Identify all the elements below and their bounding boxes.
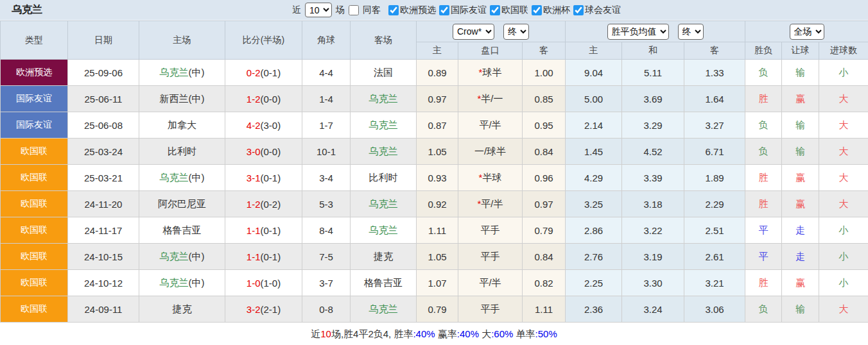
result-cell: 负 [745, 296, 782, 323]
match-date-cell: 25-03-24 [68, 139, 139, 165]
avg-draw-cell: 3.69 [622, 86, 684, 112]
league-filter-checkbox[interactable] [532, 5, 542, 15]
league-filter: 国际友谊 [438, 4, 487, 16]
corners-cell: 0-8 [302, 296, 351, 323]
home-team-cell: 比利时 [139, 139, 225, 165]
summary-part: :50% [535, 328, 557, 339]
handicap-result-cell: 赢 [782, 270, 819, 296]
goals-result-cell: 大 [819, 191, 868, 217]
bookmaker-stage-select[interactable]: 终 [503, 24, 529, 40]
match-row: 欧国联24-09-11捷克3-2(2-1)0-8乌克兰0.79平手1.112.3… [1, 296, 868, 323]
corners-cell: 8-4 [302, 217, 351, 244]
summary-part: :40% [457, 328, 479, 339]
score-cell: 3-0(0-0) [225, 139, 302, 165]
match-row: 欧国联24-11-20阿尔巴尼亚1-2(0-2)5-3乌克兰0.92*平/半0.… [1, 191, 868, 217]
league-filter-checkbox[interactable] [490, 5, 500, 15]
handicap-home-odds-cell: 0.79 [417, 296, 458, 323]
match-type-cell: 国际友谊 [1, 112, 68, 139]
league-filter: 欧洲杯 [530, 4, 570, 16]
avg-draw-cell: 3.39 [622, 165, 684, 191]
table-header: 类型 日期 主场 比分(半场) 角球 客场 Crow* 终 胜平负均值 终 全场 [1, 21, 868, 60]
col-home: 主场 [139, 21, 225, 60]
match-date-cell: 25-06-11 [68, 86, 139, 112]
bookmaker-select[interactable]: Crow* [453, 24, 494, 40]
match-date-cell: 24-09-11 [68, 296, 139, 323]
match-date-cell: 24-11-20 [68, 191, 139, 217]
score-cell: 0-2(0-1) [225, 60, 302, 86]
handicap-result-cell: 输 [782, 139, 819, 165]
handicap-home-odds-cell: 0.87 [417, 112, 458, 139]
col-date: 日期 [68, 21, 139, 60]
col-type: 类型 [1, 21, 68, 60]
result-cell: 胜 [745, 270, 782, 296]
col-corners: 角球 [302, 21, 351, 60]
bookmaker-group-header: Crow* 终 [417, 21, 566, 42]
handicap-home-odds-cell: 0.97 [417, 86, 458, 112]
handicap-line-cell: *平/半 [458, 191, 523, 217]
corners-cell: 3-7 [302, 270, 351, 296]
handicap-home-odds-cell: 1.11 [417, 217, 458, 244]
handicap-away-odds-cell: 0.79 [523, 217, 566, 244]
score-cell: 3-2(2-1) [225, 296, 302, 323]
same-venue-checkbox[interactable] [349, 5, 359, 15]
handicap-result-cell: 走 [782, 217, 819, 244]
avg-home-cell: 9.04 [566, 60, 622, 86]
avg-home-cell: 4.29 [566, 165, 622, 191]
avg-select[interactable]: 胜平负均值 [607, 24, 669, 40]
league-filter-checkbox[interactable] [573, 5, 584, 15]
goals-result-cell: 小 [819, 270, 868, 296]
col-score: 比分(半场) [225, 21, 302, 60]
away-team-cell: 乌克兰 [351, 112, 417, 139]
avg-home-cell: 5.00 [566, 86, 622, 112]
recent-count-select[interactable]: 10 [305, 3, 332, 17]
match-table-body: 欧洲预选25-09-06乌克兰(中)0-2(0-1)4-4法国0.89*球半1.… [1, 60, 868, 323]
result-cell: 负 [745, 60, 782, 86]
result-cell: 负 [745, 112, 782, 139]
league-filter-checkbox[interactable] [388, 5, 399, 15]
handicap-line-cell: 平/半 [458, 112, 523, 139]
summary-part: 胜率 [394, 328, 413, 339]
handicap-line-cell: 一/球半 [458, 139, 523, 165]
corners-cell: 3-4 [302, 165, 351, 191]
handicap-home-odds-cell: 0.89 [417, 60, 458, 86]
scope-select[interactable]: 全场 [790, 24, 824, 40]
avg-away-cell: 1.64 [684, 86, 745, 112]
col-odds-home: 主 [417, 42, 458, 60]
match-type-cell: 国际友谊 [1, 86, 68, 112]
result-cell: 平 [745, 217, 782, 244]
avg-stage-select[interactable]: 终 [678, 24, 704, 40]
score-cell: 4-2(3-0) [225, 112, 302, 139]
handicap-away-odds-cell: 0.96 [523, 165, 566, 191]
topbar: 乌克兰 近 10 场 同客 欧洲预选国际友谊欧国联欧洲杯球会友谊 [0, 0, 868, 21]
avg-draw-cell: 3.30 [622, 270, 684, 296]
avg-draw-cell: 3.29 [622, 112, 684, 139]
summary-part: 单率 [513, 328, 535, 339]
avg-group-header: 胜平负均值 终 [566, 21, 745, 42]
corners-cell: 1-7 [302, 112, 351, 139]
match-date-cell: 24-10-12 [68, 270, 139, 296]
avg-draw-cell: 4.52 [622, 139, 684, 165]
match-date-cell: 25-09-06 [68, 60, 139, 86]
goals-result-cell: 大 [819, 139, 868, 165]
filter-controls: 近 10 场 同客 欧洲预选国际友谊欧国联欧洲杯球会友谊 [42, 3, 868, 17]
col-handicap-result: 让球 [782, 42, 819, 60]
home-team-cell: 加拿大 [139, 112, 225, 139]
goals-result-cell: 大 [819, 165, 868, 191]
recent-label: 近 [292, 4, 301, 16]
handicap-away-odds-cell: 0.84 [523, 244, 566, 270]
avg-home-cell: 2.36 [566, 296, 622, 323]
score-cell: 1-1(0-1) [225, 217, 302, 244]
league-filter-checkbox[interactable] [439, 5, 449, 15]
col-odds-away: 客 [523, 42, 566, 60]
result-cell: 负 [745, 139, 782, 165]
same-venue-label: 同客 [363, 4, 381, 16]
handicap-line-cell: 平手 [458, 244, 523, 270]
handicap-home-odds-cell: 1.05 [417, 244, 458, 270]
summary-line: 近10场,胜4平2负4, 胜率:40% 赢率:40% 大:60% 单率:50% [311, 328, 557, 341]
score-cell: 1-2(0-0) [225, 86, 302, 112]
home-team-cell: 乌克兰(中) [139, 60, 225, 86]
match-type-cell: 欧国联 [1, 217, 68, 244]
match-row: 欧洲预选25-09-06乌克兰(中)0-2(0-1)4-4法国0.89*球半1.… [1, 60, 868, 86]
avg-away-cell: 2.29 [684, 191, 745, 217]
avg-home-cell: 2.86 [566, 217, 622, 244]
